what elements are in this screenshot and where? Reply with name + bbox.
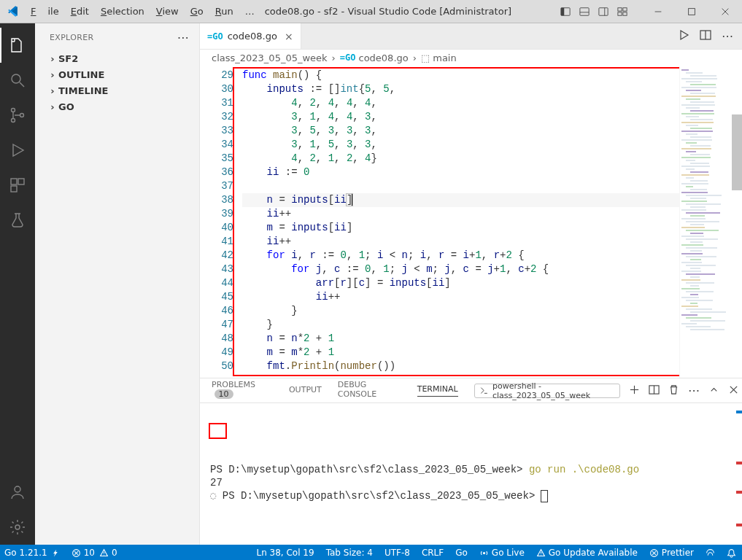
editor-more-icon[interactable]: ⋯	[722, 29, 733, 43]
customize-layout-icon[interactable]	[617, 6, 628, 18]
sidebar-more-icon[interactable]: ⋯	[177, 31, 189, 44]
svg-point-17	[12, 119, 15, 122]
panel-tabs: PROBLEMS 10 OUTPUT DEBUG CONSOLE TERMINA…	[200, 378, 742, 403]
activity-settings-icon[interactable]	[0, 510, 35, 545]
new-terminal-icon[interactable]	[629, 384, 640, 397]
maximize-window-icon[interactable]	[675, 0, 708, 23]
activity-run-debug-icon[interactable]	[0, 133, 35, 168]
panel-tab-debug[interactable]: DEBUG CONSOLE	[338, 380, 401, 401]
svg-rect-20	[11, 179, 17, 184]
window-controls	[641, 0, 742, 23]
line-number-gutter: 2930313233343536373839404142434445464748…	[200, 66, 242, 378]
menu-go[interactable]: Go	[185, 2, 209, 20]
svg-rect-9	[623, 12, 627, 15]
maximize-panel-icon[interactable]	[708, 384, 719, 397]
activity-search-icon[interactable]	[0, 63, 35, 98]
status-prettier[interactable]: Prettier	[649, 548, 694, 558]
editor-tabs: =GO code08.go × ⋯	[200, 23, 742, 50]
split-editor-icon[interactable]	[700, 29, 711, 43]
status-encoding[interactable]: UTF-8	[384, 548, 410, 558]
run-icon[interactable]	[678, 29, 689, 43]
activity-testing-icon[interactable]	[0, 203, 35, 238]
menu-more[interactable]: …	[239, 2, 260, 20]
status-errors[interactable]: 10	[72, 548, 95, 558]
scrollbar[interactable]	[732, 66, 742, 378]
chevron-right-icon: ›	[47, 53, 58, 64]
activity-source-control-icon[interactable]	[0, 98, 35, 133]
terminal-profile[interactable]: powershell - class_2023_05_05_week	[474, 384, 620, 398]
status-feedback-icon[interactable]	[706, 548, 715, 558]
svg-marker-19	[13, 144, 23, 156]
menu-selection[interactable]: Selection	[95, 2, 150, 20]
activity-accounts-icon[interactable]	[0, 475, 35, 510]
breadcrumb-folder[interactable]: class_2023_05_05_week	[212, 52, 328, 63]
chevron-right-icon: ›	[47, 85, 58, 96]
tree-timeline[interactable]: › TIMELINE	[41, 82, 199, 98]
panel: PROBLEMS 10 OUTPUT DEBUG CONSOLE TERMINA…	[200, 378, 742, 545]
panel-more-icon[interactable]: ⋯	[688, 384, 700, 397]
activity-bar	[0, 23, 35, 545]
tree-outline[interactable]: › OUTLINE	[41, 66, 199, 82]
chevron-right-icon: ›	[411, 52, 418, 63]
tree-sf2[interactable]: › SF2	[41, 50, 199, 66]
breadcrumb-file[interactable]: code08.go	[359, 52, 409, 63]
tab-code08[interactable]: =GO code08.go ×	[200, 23, 301, 49]
close-panel-icon[interactable]	[728, 384, 739, 397]
menu-run[interactable]: Run	[209, 2, 239, 20]
editor-actions: ⋯	[669, 23, 742, 49]
svg-rect-1	[561, 7, 564, 15]
layout-controls	[560, 6, 641, 18]
svg-rect-11	[689, 8, 695, 15]
svg-marker-25	[681, 31, 688, 39]
status-eol[interactable]: CRLF	[422, 548, 444, 558]
panel-tab-output[interactable]: OUTPUT	[289, 385, 322, 397]
status-go-version[interactable]: Go 1.21.1	[4, 548, 60, 558]
code-editor[interactable]: 2930313233343536373839404142434445464748…	[200, 66, 679, 378]
status-warnings[interactable]: 0	[99, 548, 117, 558]
activity-explorer-icon[interactable]	[0, 28, 35, 63]
breadcrumb[interactable]: class_2023_05_05_week › =GO code08.go › …	[200, 50, 742, 66]
status-notifications-icon[interactable]	[727, 548, 736, 558]
status-golive[interactable]: Go Live	[479, 548, 525, 558]
status-tabsize[interactable]: Tab Size: 4	[326, 548, 373, 558]
toggle-panel-icon[interactable]	[579, 6, 590, 18]
status-position[interactable]: Ln 38, Col 19	[256, 548, 314, 558]
chevron-right-icon: ›	[331, 52, 337, 63]
sidebar-header: EXPLORER ⋯	[35, 23, 199, 50]
status-go-update[interactable]: Go Update Available	[536, 548, 638, 558]
menu-view[interactable]: View	[150, 2, 185, 20]
svg-rect-22	[11, 186, 17, 192]
panel-tab-terminal[interactable]: TERMINAL	[417, 384, 458, 397]
svg-line-15	[20, 82, 24, 87]
breadcrumb-symbol[interactable]: main	[433, 52, 456, 63]
chevron-right-icon: ›	[47, 69, 58, 80]
toggle-primary-sidebar-icon[interactable]	[560, 6, 571, 18]
close-window-icon[interactable]	[708, 0, 742, 23]
go-file-icon: =GO	[340, 52, 356, 63]
terminal-scroll-marks	[733, 403, 742, 545]
tree-go[interactable]: › GO	[41, 98, 199, 114]
minimize-window-icon[interactable]	[641, 0, 675, 23]
activity-extensions-icon[interactable]	[0, 168, 35, 203]
go-file-icon: =GO	[207, 31, 223, 42]
explorer-tree: › SF2 › OUTLINE › TIMELINE › GO	[35, 50, 199, 114]
toggle-secondary-sidebar-icon[interactable]	[598, 6, 609, 18]
chevron-right-icon: ›	[47, 101, 58, 112]
svg-rect-4	[599, 7, 608, 15]
panel-tab-problems[interactable]: PROBLEMS 10	[212, 380, 273, 401]
window-title: code08.go - sf2 - Visual Studio Code [Ad…	[260, 6, 560, 17]
svg-point-18	[20, 114, 24, 117]
svg-point-16	[12, 109, 15, 112]
menu-file[interactable]: File	[25, 2, 65, 20]
split-terminal-icon[interactable]	[649, 384, 660, 397]
svg-point-24	[15, 525, 20, 529]
svg-point-42	[541, 554, 541, 555]
status-language[interactable]: Go	[455, 548, 468, 558]
svg-point-23	[15, 486, 20, 492]
terminal[interactable]: PS D:\mysetup\gopath\src\sf2\class_2023_…	[200, 403, 742, 545]
titlebar: File Edit Selection View Go Run … code08…	[0, 0, 742, 23]
kill-terminal-icon[interactable]	[668, 384, 679, 397]
menu-edit[interactable]: Edit	[65, 2, 95, 20]
code-content[interactable]: func main() { inputs := []int{5, 5, 4, 2…	[242, 66, 679, 378]
close-tab-icon[interactable]: ×	[282, 31, 293, 42]
